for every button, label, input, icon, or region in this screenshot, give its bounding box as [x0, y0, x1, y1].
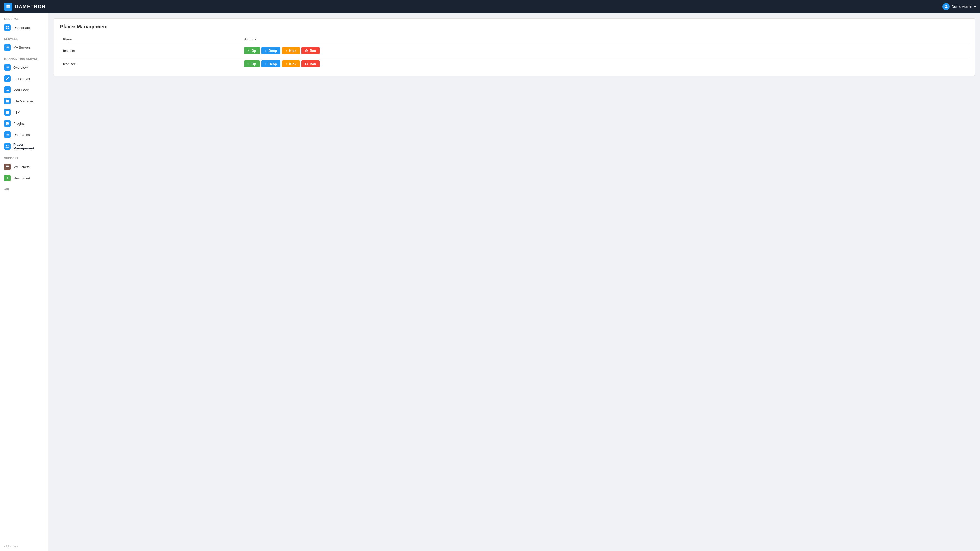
sidebar-label-ftp: FTP: [13, 110, 20, 114]
databases-icon: [4, 131, 11, 138]
player-table: Player Actions testuser↑Op↓Deop↑Kick⊘Ban…: [60, 35, 969, 70]
col-actions: Actions: [241, 35, 969, 44]
sidebar-label-dashboard: Dashboard: [13, 26, 30, 30]
overview-icon: [4, 64, 11, 71]
sidebar-item-new-ticket[interactable]: New Ticket: [0, 172, 48, 184]
list-icon: [4, 44, 11, 51]
op-button[interactable]: ↑Op: [244, 47, 260, 54]
plugins-icon: [4, 120, 11, 127]
player-management-icon: [4, 143, 11, 150]
sidebar-section-support: Support: [0, 152, 48, 161]
brand-icon: [4, 3, 12, 11]
sidebar: General Dashboard Servers My Servers Man…: [0, 13, 48, 551]
top-navigation: GAMETRON Demo Admin ▾: [0, 0, 980, 13]
sidebar-section-api: API: [0, 184, 48, 192]
sidebar-item-my-servers[interactable]: My Servers: [0, 42, 48, 53]
op-button[interactable]: ↑Op: [244, 60, 260, 67]
sidebar-item-plugins[interactable]: Plugins: [0, 118, 48, 129]
col-player: Player: [60, 35, 241, 44]
deop-button[interactable]: ↓Deop: [261, 60, 280, 67]
page-title: Player Management: [60, 24, 969, 30]
brand-name: GAMETRON: [15, 4, 46, 10]
player-actions-cell: ↑Op↓Deop↑Kick⊘Ban: [241, 57, 969, 71]
kick-button[interactable]: ↑Kick: [282, 47, 300, 54]
sidebar-label-overview: Overview: [13, 65, 27, 69]
edit-icon: [4, 75, 11, 82]
deop-button[interactable]: ↓Deop: [261, 47, 280, 54]
player-name: testuser2: [60, 57, 241, 71]
user-menu[interactable]: Demo Admin ▾: [942, 3, 976, 10]
ftp-icon: [4, 109, 11, 116]
new-ticket-icon: [4, 175, 11, 181]
main-content: Player Management Player Actions testuse…: [48, 13, 980, 551]
sidebar-label-my-tickets: My Tickets: [13, 165, 30, 169]
tickets-icon: [4, 164, 11, 170]
version-label: v2.9.4-beta: [0, 543, 48, 551]
sidebar-item-overview[interactable]: Overview: [0, 62, 48, 73]
sidebar-item-dashboard[interactable]: Dashboard: [0, 22, 48, 33]
player-actions-cell: ↑Op↓Deop↑Kick⊘Ban: [241, 44, 969, 57]
sidebar-label-plugins: Plugins: [13, 122, 24, 125]
sidebar-item-my-tickets[interactable]: My Tickets: [0, 161, 48, 172]
sidebar-label-new-ticket: New Ticket: [13, 176, 30, 180]
sidebar-item-file-manager[interactable]: File Manager: [0, 95, 48, 106]
sidebar-section-servers: Servers: [0, 33, 48, 42]
sidebar-section-manage: Manage This Server: [0, 53, 48, 62]
content-card: Player Management Player Actions testuse…: [54, 18, 975, 76]
brand: GAMETRON: [4, 3, 46, 11]
file-manager-icon: [4, 98, 11, 104]
user-label: Demo Admin: [952, 5, 972, 9]
sidebar-item-mod-pack[interactable]: Mod Pack: [0, 84, 48, 95]
sidebar-section-general: General: [0, 13, 48, 22]
sidebar-label-file-manager: File Manager: [13, 99, 33, 103]
chevron-down-icon: ▾: [974, 5, 976, 9]
sidebar-label-player-management: Player Management: [13, 143, 44, 150]
modpack-icon: [4, 86, 11, 93]
sidebar-label-edit-server: Edit Server: [13, 77, 30, 81]
sidebar-item-player-management[interactable]: Player Management: [0, 140, 48, 152]
table-row: testuser2↑Op↓Deop↑Kick⊘Ban: [60, 57, 969, 71]
grid-icon: [4, 24, 11, 31]
sidebar-label-databases: Databases: [13, 133, 30, 137]
sidebar-label-mod-pack: Mod Pack: [13, 88, 29, 92]
sidebar-label-my-servers: My Servers: [13, 46, 30, 49]
ban-button[interactable]: ⊘Ban: [301, 60, 320, 67]
table-row: testuser↑Op↓Deop↑Kick⊘Ban: [60, 44, 969, 57]
kick-button[interactable]: ↑Kick: [282, 60, 300, 67]
sidebar-item-databases[interactable]: Databases: [0, 129, 48, 140]
user-avatar: [942, 3, 950, 10]
sidebar-item-edit-server[interactable]: Edit Server: [0, 73, 48, 84]
player-name: testuser: [60, 44, 241, 57]
sidebar-item-ftp[interactable]: FTP: [0, 106, 48, 118]
ban-button[interactable]: ⊘Ban: [301, 47, 320, 54]
